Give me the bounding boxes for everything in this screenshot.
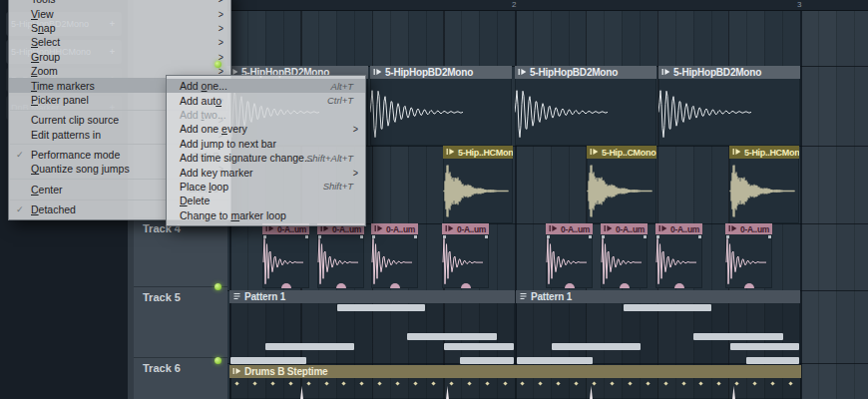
audio-clip-0-a-um[interactable]: 0-A..um xyxy=(725,223,772,288)
shortcut-label: Ctrl+T xyxy=(327,95,353,106)
clip-corner-handle xyxy=(589,235,592,238)
clip-header: 0-A..um xyxy=(371,223,418,234)
clip-label: 5-HipHopBD2Mono xyxy=(530,67,618,78)
menu-item-label: Add two... xyxy=(180,109,226,121)
fade-bump xyxy=(565,283,575,288)
clip-header: 5-Hip..CMono xyxy=(587,146,656,159)
pattern-note-bar xyxy=(337,304,425,311)
menu-item-add-one[interactable]: Add one...Alt+T xyxy=(167,79,365,93)
clip-corner-handle xyxy=(768,235,771,238)
menu-item-label: Current clip source xyxy=(31,114,119,126)
menu-item-add-two[interactable]: Add two... xyxy=(167,108,365,122)
track-activity-led[interactable] xyxy=(215,283,221,290)
audio-clip-0-a-um[interactable]: 0-A..um xyxy=(442,223,489,288)
step-tick xyxy=(628,381,632,385)
clip-corner-handle xyxy=(305,235,308,238)
waveform xyxy=(725,234,772,288)
waveform-spike xyxy=(731,386,736,399)
pattern-clip[interactable]: Pattern 1 xyxy=(516,290,800,365)
pattern-icon xyxy=(519,291,528,302)
clip-header: 5-HipHopBD2Mono xyxy=(515,66,656,79)
clip-label: 5-HipHopBD2Mono xyxy=(385,67,473,78)
clip-header: 0-A..um xyxy=(546,223,593,234)
audio-clip-0-a-um[interactable]: 0-A..um xyxy=(601,223,648,288)
track-name-track-5[interactable]: Track 5 xyxy=(143,291,181,303)
fade-bump xyxy=(390,283,400,288)
fade-bump xyxy=(744,283,754,288)
audio-clip-0-a-um[interactable]: 0-A..um xyxy=(317,223,364,288)
track-activity-led[interactable] xyxy=(215,357,221,364)
menu-item-view[interactable]: View> xyxy=(9,6,230,20)
audio-clip-5-hiphopbd2mono[interactable]: 5-HipHopBD2Mono xyxy=(515,66,656,146)
step-tick xyxy=(539,381,543,385)
clip-header: 0-A..um xyxy=(442,223,489,234)
step-tick xyxy=(752,381,756,385)
waveform xyxy=(655,234,702,288)
step-tick xyxy=(735,381,739,385)
clip-label: 5-HipHopBD2Mono xyxy=(673,67,761,78)
step-tick xyxy=(788,381,792,385)
step-tick xyxy=(360,381,364,385)
checkmark-icon: ✓ xyxy=(16,204,24,214)
clip-play-icon xyxy=(232,366,241,377)
panel-separator xyxy=(134,286,227,287)
waveform xyxy=(546,234,593,288)
audio-clip-0-a-um[interactable]: 0-A..um xyxy=(655,223,702,288)
clip-corner-handle xyxy=(443,235,446,238)
step-tick xyxy=(431,381,435,385)
shortcut-label: Shift+Alt+T xyxy=(306,153,353,164)
audio-clip-5-hiphopbd2mono[interactable]: 5-HipHopBD2Mono xyxy=(658,66,800,146)
track-activity-led[interactable] xyxy=(215,61,221,68)
menu-item-place-loop[interactable]: Place loopShift+T xyxy=(167,180,365,194)
clip-corner-handle xyxy=(360,235,363,238)
clip-header: Drums B Steptime xyxy=(229,365,801,378)
pattern-clip[interactable]: Pattern 1 xyxy=(229,290,515,365)
clip-label: 5-Hip..HCMono xyxy=(744,148,799,158)
menu-item-label: Group xyxy=(31,51,60,63)
step-tick xyxy=(449,381,453,385)
step-tick xyxy=(395,381,399,385)
menu-item-select[interactable]: Select> xyxy=(9,35,230,49)
menu-item-label: Center xyxy=(31,184,63,196)
clip-header: 0-A..um xyxy=(725,223,772,234)
clip-play-icon xyxy=(590,148,599,158)
audio-clip-5-hip-cmono[interactable]: 5-Hip..CMono xyxy=(587,146,656,223)
menu-item-add-jump-to-next-bar[interactable]: Add jump to next bar xyxy=(167,137,365,151)
audio-clip-0-a-um[interactable]: 0-A..um xyxy=(262,223,309,288)
menu-item-snap[interactable]: Snap> xyxy=(9,21,230,35)
waveform xyxy=(442,234,489,288)
audio-clip-5-hiphopbd2mono[interactable]: 5-HipHopBD2Mono xyxy=(370,66,512,146)
steptime-clip-drums-b-steptime[interactable]: Drums B Steptime xyxy=(229,365,801,399)
menu-item-add-time-signature-change[interactable]: Add time signature change...Shift+Alt+T xyxy=(167,151,365,165)
audio-clip-5-hip-hcmono[interactable]: 5-Hip..HCMono xyxy=(729,146,799,223)
menu-item-label: Add one... xyxy=(180,80,227,92)
clip-label: 0-A..um xyxy=(386,224,415,234)
menu-item-add-key-marker[interactable]: Add key marker> xyxy=(167,165,365,179)
audio-clip-0-a-um[interactable]: 0-A..um xyxy=(371,223,418,288)
clip-corner-handle xyxy=(698,235,701,238)
clip-label: 0-A..um xyxy=(616,224,645,234)
menu-item-add-auto[interactable]: Add autoCtrl+T xyxy=(167,93,365,107)
submenu-arrow-icon: > xyxy=(218,36,223,49)
step-tick xyxy=(610,381,614,385)
clip-corner-handle xyxy=(372,235,375,238)
timeline-ruler[interactable]: 2 3 xyxy=(227,0,868,11)
step-tick xyxy=(592,381,596,385)
audio-clip-0-a-um[interactable]: 0-A..um xyxy=(546,223,593,288)
menu-item-add-one-every[interactable]: Add one every> xyxy=(167,122,365,136)
menu-item-change-to-marker-loop[interactable]: Change to marker loop xyxy=(167,208,365,222)
step-tick xyxy=(663,381,667,385)
clip-corner-handle xyxy=(485,235,488,238)
waveform xyxy=(515,79,656,146)
track-name-track-6[interactable]: Track 6 xyxy=(143,362,181,374)
menu-item-label: Add auto xyxy=(180,95,221,107)
step-tick xyxy=(557,381,561,385)
menu-item-label: Delete xyxy=(180,195,210,206)
waveform xyxy=(262,234,309,288)
menu-item-delete[interactable]: Delete xyxy=(167,194,365,207)
audio-clip-5-hip-hcmono[interactable]: 5-Hip..HCMono xyxy=(443,146,513,223)
menu-item-label: Tools xyxy=(31,0,56,5)
menu-item-label: Place loop xyxy=(180,181,228,193)
menu-item-group[interactable]: Group> xyxy=(9,50,230,64)
clip-play-icon xyxy=(518,67,527,78)
